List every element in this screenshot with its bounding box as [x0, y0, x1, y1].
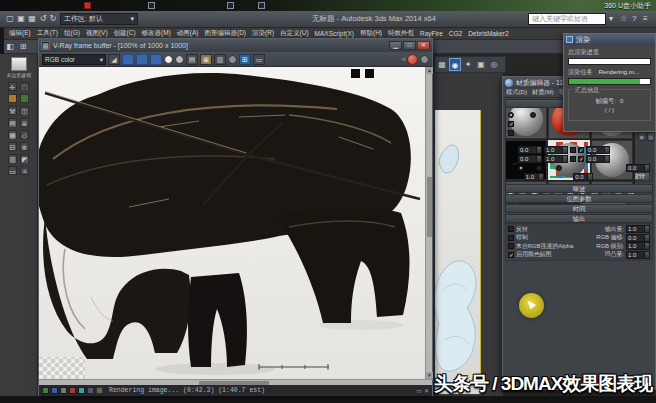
save-image-icon[interactable]: ▥ — [214, 54, 226, 65]
v-tile-checkbox[interactable] — [578, 156, 584, 162]
desktop-window-icon[interactable] — [258, 2, 265, 9]
status-icon-gray[interactable] — [60, 387, 67, 394]
render-last-icon[interactable]: ◎ — [488, 58, 500, 71]
show-backface-checkbox[interactable] — [508, 121, 514, 127]
menu-plugin-rayfire[interactable]: RayFire — [417, 30, 446, 37]
real-world-checkbox[interactable] — [508, 130, 514, 136]
search-scope-icon[interactable]: ▾ — [609, 14, 613, 24]
redo-icon[interactable]: ↻ — [48, 14, 58, 24]
ribbon-subdiv-icon[interactable]: ▦ — [8, 130, 17, 139]
save-all-channels-icon[interactable]: ◢ — [108, 54, 120, 65]
ribbon-grid-icon[interactable]: ▤ — [8, 118, 17, 127]
menu-group[interactable]: 组(G) — [61, 29, 83, 38]
enable-color-map-checkbox[interactable] — [508, 252, 514, 258]
new-file-icon[interactable]: ▢ — [5, 14, 15, 24]
snap-toggle-icon[interactable]: ⊞ — [18, 42, 28, 52]
ribbon-mirror-icon[interactable]: ◫ — [20, 106, 29, 115]
menu-edit[interactable]: 编辑(E) — [6, 29, 34, 38]
menu-create[interactable]: 创建(C) — [111, 29, 139, 38]
rollout-output[interactable]: 输出 — [505, 214, 653, 223]
desktop-app-icon[interactable] — [84, 2, 91, 9]
open-file-icon[interactable]: ▣ — [16, 14, 26, 24]
polygon-modeling-cube-icon[interactable] — [11, 57, 27, 71]
help-icon[interactable]: ? — [632, 14, 636, 24]
v-mirror-checkbox[interactable] — [570, 156, 576, 162]
status-icon-log[interactable] — [96, 387, 103, 394]
green-channel-icon[interactable] — [136, 54, 148, 65]
v-tiling-spinner[interactable]: 1.0 — [544, 155, 568, 163]
infocenter-menu-icon[interactable]: ≡ — [643, 14, 648, 24]
region-render-icon[interactable]: ⊞ — [239, 54, 251, 65]
clear-image-icon[interactable] — [228, 55, 237, 64]
desktop-window-icon[interactable] — [148, 2, 155, 9]
ribbon-loop-icon[interactable]: ◇ — [20, 130, 29, 139]
ribbon-bevel-icon[interactable]: ⊕ — [20, 142, 29, 151]
viewport[interactable] — [433, 73, 503, 396]
u-mirror-checkbox[interactable] — [570, 147, 576, 153]
menu-maxscript[interactable]: MAXScript(X) — [312, 30, 357, 37]
ribbon-select-icon[interactable]: ⬚ — [20, 82, 29, 91]
u-tiling-spinner[interactable]: 1.0 — [544, 146, 568, 154]
alpha-from-rgb-checkbox[interactable] — [508, 243, 514, 249]
wu-radio[interactable] — [556, 165, 562, 171]
rollout-bitmap-parameters[interactable]: 位图参数 — [505, 194, 653, 203]
v-angle-spinner[interactable]: 0.0 — [586, 155, 610, 163]
menu-rendering[interactable]: 渲染(R) — [249, 29, 277, 38]
search-input[interactable]: 键入关键字或短语 — [528, 13, 606, 25]
ribbon-bridge-icon[interactable]: ▥ — [8, 154, 17, 163]
maximize-button[interactable]: □ — [403, 41, 416, 50]
blur-spinner[interactable]: 1.0 — [524, 173, 544, 181]
u-angle-spinner[interactable]: 0.0 — [586, 146, 610, 154]
ribbon-paint-icon[interactable] — [20, 94, 29, 103]
rollout-time[interactable]: 时间 — [505, 204, 653, 213]
invert-checkbox[interactable] — [508, 226, 514, 232]
alpha-channel-icon[interactable] — [164, 55, 173, 64]
vfb-titlebar[interactable]: ▩ V-Ray frame buffer - [100% of 1000 x 1… — [39, 39, 432, 52]
horizontal-scrollbar[interactable] — [39, 379, 432, 385]
clamp-checkbox[interactable] — [508, 235, 514, 241]
texture-radio[interactable] — [508, 112, 514, 118]
vscroll-thumb[interactable] — [427, 177, 432, 237]
blue-channel-icon[interactable] — [150, 54, 162, 65]
track-mouse-icon[interactable]: ◃ — [401, 55, 405, 63]
bump-amount-spinner[interactable]: 1.0 — [626, 251, 650, 259]
render-setup-icon[interactable]: ▦ — [436, 58, 448, 71]
menu-tools[interactable]: 工具(T) — [34, 29, 61, 38]
menu-plugin-cg2[interactable]: CG2 — [446, 30, 465, 37]
ribbon-edit-icon[interactable]: ✛ — [8, 82, 17, 91]
scroll-down-arrow[interactable]: ▼ — [426, 372, 433, 379]
options-icon[interactable]: ≡ — [638, 132, 646, 141]
menu-modes[interactable]: 模式(D) — [506, 88, 527, 97]
clamp-colors-icon[interactable]: ▤ — [186, 54, 198, 65]
stop-render-icon[interactable] — [407, 54, 418, 65]
rgb-level-spinner[interactable]: 1.0 — [626, 242, 650, 250]
menu-customize[interactable]: 自定义(U) — [277, 29, 312, 38]
render-dialog-titlebar[interactable]: 渲染 — [564, 34, 655, 45]
ribbon-hammer-icon[interactable]: ⚒ — [8, 106, 17, 115]
ribbon-weld-icon[interactable]: ◩ — [20, 154, 29, 163]
status-close-icon[interactable]: ✕ — [424, 387, 429, 394]
render-iterative-icon[interactable]: ✦ — [462, 58, 474, 71]
minimize-button[interactable]: ▁ — [389, 41, 402, 50]
vertical-scrollbar[interactable]: ▲ ▼ — [425, 67, 432, 379]
hscroll-thumb[interactable] — [199, 381, 269, 385]
load-image-folder-icon[interactable]: ▣ — [200, 54, 212, 65]
blur-offset-spinner[interactable]: 0.0 — [573, 173, 593, 181]
close-button[interactable]: ✕ — [417, 41, 430, 50]
ribbon-detach-icon[interactable]: ▭ — [8, 166, 17, 175]
workspace-selector[interactable]: 工作区: 默认▾ — [60, 13, 138, 25]
status-icon-blue[interactable] — [51, 387, 58, 394]
select-by-material-icon[interactable]: ◇ — [647, 132, 655, 141]
status-icon-green[interactable] — [42, 387, 49, 394]
compare-icon[interactable]: ▭ — [253, 54, 265, 65]
status-icon-red[interactable] — [69, 387, 76, 394]
menu-plugin-debrismaker[interactable]: DebrisMaker2 — [465, 30, 511, 37]
ribbon-list-icon[interactable]: ≣ — [20, 118, 29, 127]
ribbon-material-icon[interactable] — [8, 94, 17, 103]
status-icon-teal[interactable] — [78, 387, 85, 394]
v-offset-spinner[interactable]: 0.0 — [518, 155, 542, 163]
environ-radio[interactable] — [530, 112, 536, 118]
menu-graph-editors[interactable]: 图形编辑器(D) — [202, 29, 250, 38]
rollout-noise[interactable]: 噪波 — [505, 184, 653, 193]
menu-material[interactable]: 材质(M) — [532, 88, 554, 97]
